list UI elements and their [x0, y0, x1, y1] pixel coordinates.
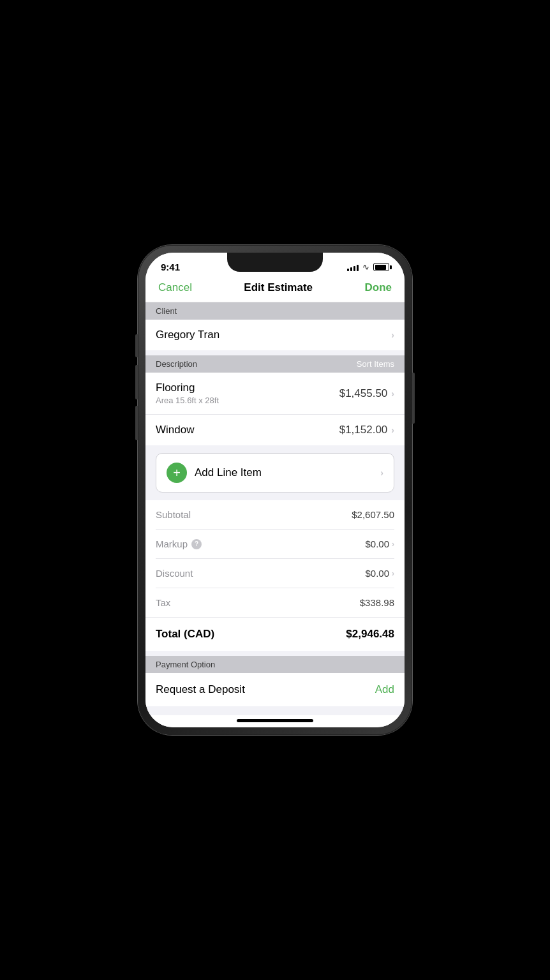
tax-row: Tax $338.98 — [156, 588, 394, 617]
client-chevron-icon: › — [391, 330, 394, 340]
status-icons: ∿ — [347, 262, 389, 272]
discount-row[interactable]: Discount $0.00 › — [156, 559, 394, 588]
client-content: Gregory Tran — [156, 329, 391, 341]
tax-label: Tax — [156, 597, 170, 608]
item-chevron-icon: › — [391, 425, 394, 435]
item-value: $1,455.50 — [339, 387, 388, 400]
discount-value: $0.00 › — [365, 568, 394, 579]
signal-icon — [347, 264, 359, 271]
total-row: Total (CAD) $2,946.48 — [145, 617, 405, 651]
nav-bar: Cancel Edit Estimate Done — [145, 276, 405, 302]
subtotal-value: $2,607.50 — [352, 509, 394, 520]
discount-label: Discount — [156, 568, 193, 579]
list-item[interactable]: Flooring Area 15.6ft x 28ft $1,455.50 › — [145, 373, 405, 415]
payment-card: Request a Deposit Add — [145, 673, 405, 706]
add-icon-circle: + — [167, 463, 187, 483]
markup-row[interactable]: Markup ? $0.00 › — [156, 530, 394, 559]
wifi-icon: ∿ — [362, 262, 369, 272]
description-label: Description — [156, 359, 197, 369]
add-deposit-button[interactable]: Add — [375, 683, 394, 696]
home-bar — [237, 719, 313, 722]
markup-help-icon: ? — [191, 539, 202, 549]
summary-section: Subtotal $2,607.50 Markup ? $0.00 › Disc… — [145, 500, 405, 617]
total-label: Total (CAD) — [156, 628, 214, 641]
plus-icon: + — [173, 466, 181, 479]
client-card: Gregory Tran › — [145, 320, 405, 350]
item-name: Window — [156, 424, 339, 436]
discount-chevron-icon: › — [392, 569, 394, 578]
line-items-card: Flooring Area 15.6ft x 28ft $1,455.50 › … — [145, 373, 405, 445]
subtotal-row: Subtotal $2,607.50 — [156, 500, 394, 530]
markup-chevron-icon: › — [392, 540, 394, 549]
total-value: $2,946.48 — [346, 628, 394, 641]
item-value: $1,152.00 — [339, 424, 388, 436]
phone-notch — [227, 253, 323, 272]
add-line-item-label: Add Line Item — [195, 466, 380, 479]
client-name: Gregory Tran — [156, 329, 219, 341]
done-button[interactable]: Done — [365, 281, 392, 294]
markup-value: $0.00 › — [365, 538, 394, 549]
content-area: Client Gregory Tran › Description Sort I… — [145, 302, 405, 715]
cancel-button[interactable]: Cancel — [158, 281, 192, 294]
client-item[interactable]: Gregory Tran › — [145, 320, 405, 350]
item-subtitle: Area 15.6ft x 28ft — [156, 396, 339, 405]
battery-icon — [373, 263, 389, 271]
item-name: Flooring — [156, 382, 339, 394]
deposit-item: Request a Deposit Add — [145, 673, 405, 706]
item-content: Flooring Area 15.6ft x 28ft — [156, 382, 339, 405]
home-indicator — [145, 715, 405, 727]
gap-1 — [145, 350, 405, 355]
gap-2 — [145, 651, 405, 656]
payment-section-header: Payment Option — [145, 656, 405, 673]
description-section-header: Description Sort Items — [145, 355, 405, 373]
tax-value: $338.98 — [360, 597, 394, 608]
client-section-header: Client — [145, 302, 405, 320]
deposit-label: Request a Deposit — [156, 683, 245, 696]
add-line-item-button[interactable]: + Add Line Item › — [156, 453, 394, 493]
item-content: Window — [156, 424, 339, 436]
gap-3 — [145, 706, 405, 711]
add-line-item-chevron-icon: › — [380, 468, 383, 478]
markup-label: Markup ? — [156, 538, 202, 549]
status-time: 9:41 — [161, 262, 180, 272]
list-item[interactable]: Window $1,152.00 › — [145, 415, 405, 445]
page-title: Edit Estimate — [244, 281, 313, 294]
item-chevron-icon: › — [391, 389, 394, 399]
sort-items-button[interactable]: Sort Items — [357, 359, 394, 369]
subtotal-label: Subtotal — [156, 509, 191, 520]
